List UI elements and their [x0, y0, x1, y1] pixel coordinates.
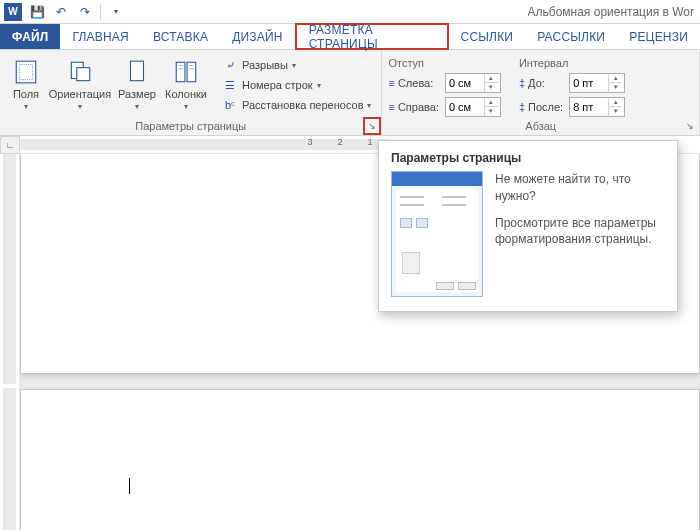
indent-header: Отступ: [388, 57, 500, 69]
spin-down[interactable]: ▾: [608, 107, 622, 116]
spacing-after-label: ‡После:: [519, 101, 563, 113]
tooltip-text-2: Просмотрите все параметры форматирования…: [495, 215, 665, 249]
chevron-down-icon: ▾: [114, 7, 118, 16]
spin-up[interactable]: ▴: [484, 98, 498, 107]
spin-down[interactable]: ▾: [484, 83, 498, 92]
redo-icon: ↷: [80, 5, 90, 19]
tab-file[interactable]: ФАЙЛ: [0, 24, 60, 49]
paragraph-launcher[interactable]: ↘: [683, 119, 697, 133]
svg-rect-4: [131, 61, 144, 80]
undo-button[interactable]: ↶: [50, 2, 72, 22]
tab-home[interactable]: ГЛАВНАЯ: [60, 24, 140, 49]
qat-customize-button[interactable]: ▾: [105, 2, 127, 22]
tooltip-title: Параметры страницы: [391, 151, 665, 165]
group-label: Абзац: [388, 118, 693, 135]
vertical-ruler[interactable]: [0, 154, 20, 530]
line-numbers-icon: ☰: [222, 77, 238, 93]
spacing-before-label: ‡До:: [519, 77, 563, 89]
tab-page-layout[interactable]: РАЗМЕТКА СТРАНИЦЫ: [295, 23, 449, 50]
save-icon: 💾: [30, 5, 45, 19]
chevron-down-icon: ▾: [135, 102, 139, 111]
page-setup-tooltip: Параметры страницы: [378, 140, 678, 312]
undo-icon: ↶: [56, 5, 66, 19]
dialog-launcher-icon: ↘: [686, 121, 694, 131]
spin-down[interactable]: ▾: [608, 83, 622, 92]
tab-mailings[interactable]: РАССЫЛКИ: [525, 24, 617, 49]
group-page-setup: Поля ▾ Ориентация ▾ Размер ▾: [0, 50, 382, 135]
app-icon: W: [4, 3, 22, 21]
dialog-launcher-icon: ↘: [368, 121, 376, 131]
size-icon: [122, 58, 152, 86]
indent-left-label: ≡Слева:: [388, 77, 438, 89]
chevron-down-icon: ▾: [78, 102, 82, 111]
titlebar: W 💾 ↶ ↷ ▾ Альбомная ориентация в Wor: [0, 0, 700, 24]
ribbon: Поля ▾ Ориентация ▾ Размер ▾: [0, 50, 700, 136]
ruler-corner[interactable]: ∟: [0, 136, 20, 154]
spacing-after-icon: ‡: [519, 101, 525, 113]
spacing-before-input[interactable]: ▴▾: [569, 73, 625, 93]
orientation-button[interactable]: Ориентация ▾: [46, 54, 114, 118]
tooltip-text-1: Не можете найти то, что нужно?: [495, 171, 665, 205]
columns-button[interactable]: Колонки ▾: [160, 54, 212, 118]
tab-references[interactable]: ССЫЛКИ: [449, 24, 526, 49]
indent-right-label: ≡Справа:: [388, 101, 438, 113]
indent-left-input[interactable]: ▴▾: [445, 73, 501, 93]
margins-icon: [11, 58, 41, 86]
redo-button[interactable]: ↷: [74, 2, 96, 22]
breaks-icon: ⤶: [222, 57, 238, 73]
text-cursor: [129, 478, 130, 494]
document-title: Альбомная ориентация в Wor: [528, 5, 694, 19]
hyphenation-icon: bᶜ: [222, 97, 238, 113]
breaks-button[interactable]: ⤶ Разрывы ▾: [218, 56, 375, 74]
tooltip-thumbnail: [391, 171, 483, 297]
spacing-header: Интервал: [519, 57, 625, 69]
chevron-down-icon: ▾: [317, 81, 321, 90]
page[interactable]: [20, 389, 700, 530]
save-button[interactable]: 💾: [26, 2, 48, 22]
chevron-down-icon: ▾: [24, 102, 28, 111]
chevron-down-icon: ▾: [367, 101, 371, 110]
spin-up[interactable]: ▴: [608, 74, 622, 83]
spin-down[interactable]: ▾: [484, 107, 498, 116]
hyphenation-button[interactable]: bᶜ Расстановка переносов ▾: [218, 96, 375, 114]
spin-up[interactable]: ▴: [484, 74, 498, 83]
indent-right-icon: ≡: [388, 101, 394, 113]
margins-button[interactable]: Поля ▾: [6, 54, 46, 118]
chevron-down-icon: ▾: [292, 61, 296, 70]
ribbon-tabs: ФАЙЛ ГЛАВНАЯ ВСТАВКА ДИЗАЙН РАЗМЕТКА СТР…: [0, 24, 700, 50]
orientation-icon: [65, 58, 95, 86]
page-setup-launcher[interactable]: ↘: [365, 119, 379, 133]
spin-up[interactable]: ▴: [608, 98, 622, 107]
tab-insert[interactable]: ВСТАВКА: [141, 24, 220, 49]
indent-left-icon: ≡: [388, 77, 394, 89]
columns-icon: [171, 58, 201, 86]
group-paragraph: Отступ Интервал ≡Слева: ▴▾ ‡До: ▴▾ ≡Спра…: [382, 50, 700, 135]
svg-rect-3: [77, 68, 90, 81]
chevron-down-icon: ▾: [184, 102, 188, 111]
tab-design[interactable]: ДИЗАЙН: [220, 24, 295, 49]
indent-right-input[interactable]: ▴▾: [445, 97, 501, 117]
separator: [100, 4, 101, 20]
spacing-after-input[interactable]: ▴▾: [569, 97, 625, 117]
tab-review[interactable]: РЕЦЕНЗИ: [617, 24, 700, 49]
line-numbers-button[interactable]: ☰ Номера строк ▾: [218, 76, 375, 94]
quick-access-toolbar: 💾 ↶ ↷ ▾: [26, 2, 127, 22]
size-button[interactable]: Размер ▾: [114, 54, 160, 118]
spacing-before-icon: ‡: [519, 77, 525, 89]
group-label: Параметры страницы: [6, 118, 375, 135]
